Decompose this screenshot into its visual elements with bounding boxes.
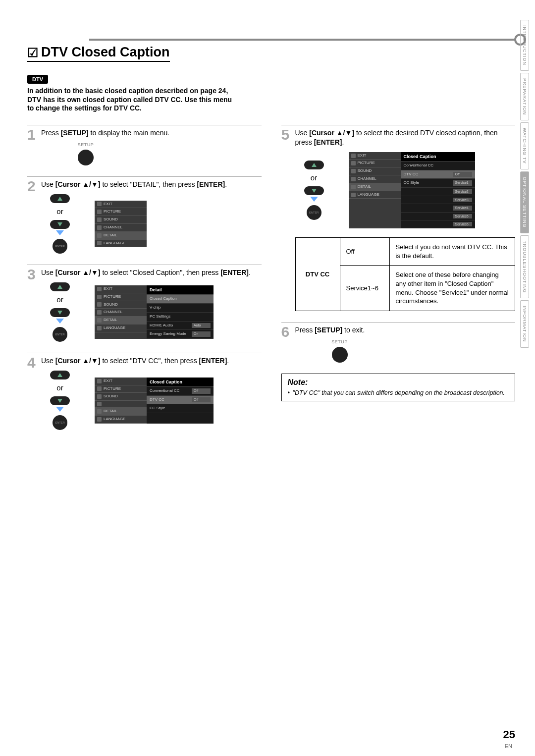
exit-icon (97, 287, 102, 291)
cursor-down-icon (304, 186, 324, 195)
svg-marker-4 (57, 373, 62, 377)
cursor-down-icon (50, 308, 70, 317)
remote-buttons: or ENTER (304, 161, 324, 220)
step3-t3: . (249, 269, 251, 276)
step1-text2: to display the main menu. (89, 129, 169, 137)
table-header: DTV CC (295, 238, 340, 311)
row-conv-cc: Conventional CCOff (147, 387, 214, 396)
cursor-up-icon (304, 161, 324, 169)
step4-t3: . (227, 357, 229, 365)
arrow-down-icon (56, 230, 64, 235)
channel-icon (97, 225, 102, 230)
picture-icon (97, 210, 102, 214)
exit-icon (351, 154, 356, 158)
row-cc-style: CC StyleService1 (401, 179, 475, 188)
panel-title: Closed Caption (401, 152, 475, 162)
note-item: "DTV CC" that you can switch differs dep… (288, 389, 509, 397)
remote-buttons: or ENTER (50, 371, 70, 430)
step6-b1: [SETUP] (315, 326, 342, 334)
cursor-up-icon (50, 371, 70, 379)
channel-icon (351, 177, 356, 181)
remote-buttons: or ENTER (50, 194, 70, 254)
setup-label: SETUP (76, 142, 96, 148)
osd-sound: SOUND (349, 167, 401, 175)
picture-icon (97, 386, 102, 391)
osd-language: LANGUAGE (95, 416, 147, 424)
svg-marker-1 (57, 222, 62, 226)
step6-t1: Press (295, 326, 315, 334)
osd-detail: DETAIL (95, 232, 147, 240)
step4-t2: to select "DTV CC", then press (101, 357, 199, 365)
osd-detail: DETAIL (95, 408, 147, 416)
row-s3: Service3 (401, 196, 475, 204)
picture-icon (97, 295, 102, 299)
osd-detail: DETAIL (349, 183, 401, 191)
osd-sound: SOUND (95, 393, 147, 401)
step4-b1: [Cursor ▲/▼] (55, 357, 101, 365)
osd-exit: EXIT (95, 201, 147, 209)
osd-detail-panel: EXIT PICTURE SOUND CHANNEL DETAIL LANGUA… (95, 285, 214, 339)
osd-channel (95, 401, 147, 408)
step-1: 1 Press [SETUP] to display the main menu… (27, 125, 262, 165)
osd-picture: PICTURE (349, 160, 401, 167)
note-box: Note: "DTV CC" that you can switch diffe… (281, 374, 516, 401)
arrow-down-icon (56, 407, 64, 412)
row-pc: PC Settings (147, 313, 214, 322)
sound-icon (97, 302, 102, 307)
step-2: 2 Use [Cursor ▲/▼] to select "DETAIL", t… (27, 176, 262, 254)
enter-button-icon: ENTER (53, 415, 67, 430)
osd-exit: EXIT (95, 378, 147, 385)
channel-icon (97, 402, 102, 406)
or-text: or (56, 207, 63, 216)
osd-language: LANGUAGE (95, 240, 147, 248)
row-hdmi: HDMI1 AudioAuto (147, 322, 214, 330)
osd-channel: CHANNEL (349, 175, 401, 183)
osd-menu: EXIT PICTURE SOUND CHANNEL DETAIL LANGUA… (95, 201, 147, 248)
step2-b1: [Cursor ▲/▼] (55, 180, 101, 188)
setup-button-icon (78, 150, 94, 165)
row-s5: Service5 (401, 213, 475, 220)
picture-icon (351, 161, 356, 165)
language-icon (97, 417, 102, 422)
desc-service: Select one of these before changing any … (389, 266, 515, 311)
osd-language: LANGUAGE (95, 324, 147, 332)
enter-button-icon: ENTER (53, 327, 67, 342)
channel-icon (97, 310, 102, 315)
sound-icon (97, 217, 102, 222)
step-num-3: 3 (27, 266, 36, 283)
page-number: 25 (503, 728, 515, 741)
check-icon: ☑ (27, 46, 38, 60)
osd-channel: CHANNEL (95, 309, 147, 317)
osd-channel: CHANNEL (95, 224, 147, 232)
step-3: 3 Use [Cursor ▲/▼] to select "Closed Cap… (27, 265, 262, 342)
sound-icon (351, 169, 356, 173)
panel-title: Closed Caption (147, 378, 214, 387)
svg-marker-7 (312, 189, 317, 193)
sound-icon (97, 394, 102, 399)
cursor-up-icon (50, 194, 70, 203)
step5-t1: Use (295, 129, 310, 137)
osd-cc-panel: EXIT PICTURE SOUND DETAIL LANGUAGE Close… (95, 378, 214, 424)
enter-label: ENTER (55, 244, 65, 248)
page-lang: EN (505, 743, 512, 749)
osd-detail: DETAIL (95, 317, 147, 324)
setup-button-icon (332, 347, 348, 363)
step6-t2: to exit. (342, 326, 365, 334)
step1-setup: [SETUP] (61, 129, 89, 137)
arrow-down-icon (310, 197, 318, 202)
row-energy: Energy Saving ModeOn (147, 330, 214, 339)
osd-cc-panel-5: EXIT PICTURE SOUND CHANNEL DETAIL LANGUA… (349, 152, 475, 229)
title-text: DTV Closed Caption (41, 45, 170, 59)
svg-marker-6 (312, 163, 317, 167)
enter-button-icon: ENTER (307, 205, 321, 220)
osd-exit: EXIT (349, 152, 401, 160)
osd-picture: PICTURE (95, 208, 147, 216)
step-4: 4 Use [Cursor ▲/▼] to select "DTV CC", t… (27, 353, 262, 430)
osd-picture: PICTURE (95, 385, 147, 393)
step-6: 6 Press [SETUP] to exit. SETUP (281, 322, 516, 363)
page-title: ☑DTV Closed Caption (27, 45, 170, 62)
row-s6: Service6 (401, 220, 475, 228)
enter-button-icon: ENTER (53, 239, 67, 254)
osd-exit: EXIT (95, 285, 147, 293)
row-closed-caption: Closed Caption (147, 295, 214, 304)
